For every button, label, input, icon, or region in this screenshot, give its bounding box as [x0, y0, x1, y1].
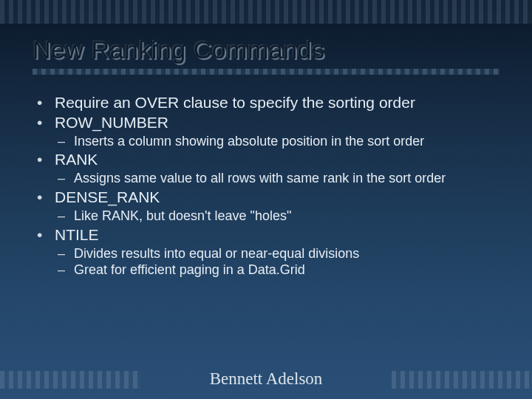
sub-text: Like RANK, but doesn't leave "holes": [74, 208, 291, 223]
sub-text: Assigns same value to all rows with same…: [74, 171, 446, 185]
list-item: ROW_NUMBER Inserts a column showing abso…: [33, 114, 499, 150]
sub-list: Divides results into equal or near-equal…: [55, 246, 499, 279]
title-underline: [33, 69, 499, 75]
bullet-text: ROW_NUMBER: [55, 114, 168, 131]
slide-title: New Ranking Commands: [33, 35, 499, 64]
sub-list-item: Divides results into equal or near-equal…: [55, 246, 499, 262]
sub-list: Inserts a column showing absolute positi…: [55, 134, 499, 150]
bullet-text: DENSE_RANK: [55, 188, 160, 205]
list-item: Require an OVER clause to specify the so…: [33, 94, 499, 112]
sub-list: Assigns same value to all rows with same…: [55, 171, 499, 187]
sub-text: Great for efficient paging in a Data.Gri…: [74, 262, 305, 277]
sub-text: Divides results into equal or near-equal…: [74, 246, 359, 261]
bullet-text: NTILE: [55, 226, 99, 243]
sub-text: Inserts a column showing absolute positi…: [74, 134, 424, 149]
sub-list-item: Like RANK, but doesn't leave "holes": [55, 208, 499, 225]
list-item: DENSE_RANK Like RANK, but doesn't leave …: [33, 188, 499, 225]
sub-list-item: Great for efficient paging in a Data.Gri…: [55, 262, 499, 279]
decorative-top-stripes: [0, 0, 532, 24]
footer-author: Bennett Adelson: [0, 369, 532, 389]
sub-list-item: Assigns same value to all rows with same…: [55, 171, 499, 187]
bullet-text: Require an OVER clause to specify the so…: [55, 94, 415, 111]
slide-content: New Ranking Commands Require an OVER cla…: [33, 35, 499, 280]
sub-list-item: Inserts a column showing absolute positi…: [55, 134, 499, 150]
list-item: RANK Assigns same value to all rows with…: [33, 151, 499, 187]
list-item: NTILE Divides results into equal or near…: [33, 226, 499, 279]
sub-list: Like RANK, but doesn't leave "holes": [55, 208, 499, 225]
bullet-text: RANK: [55, 151, 98, 168]
bullet-list: Require an OVER clause to specify the so…: [33, 94, 499, 279]
